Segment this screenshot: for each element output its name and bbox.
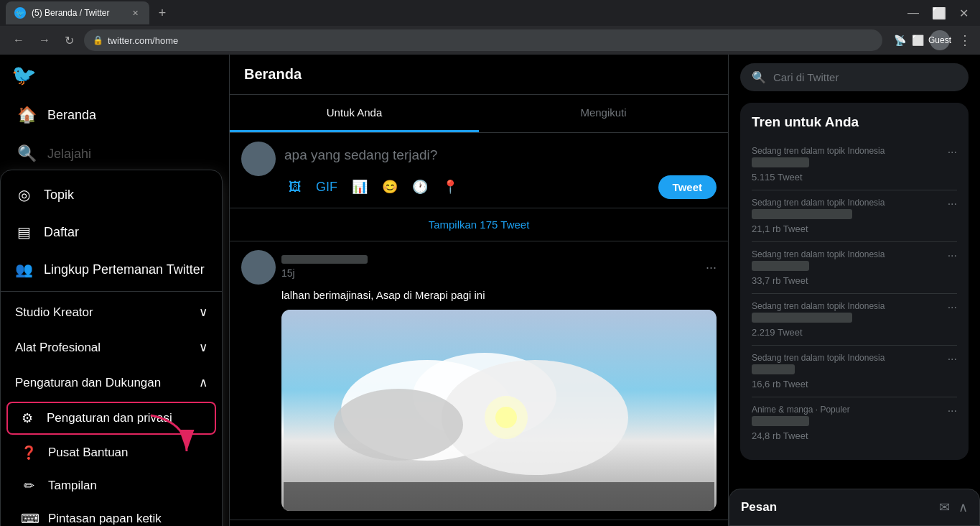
new-tab-button[interactable]: + [152, 3, 172, 23]
navigation-bar: ← → ↻ 🔒 twitter.com/home 📡 ⬜ Guest ⋮ [0, 26, 980, 55]
trend-6-more-icon[interactable]: ··· [948, 405, 957, 417]
right-sidebar: 🔍 Cari di Twitter Tren untuk Anda Sedang… [729, 55, 980, 526]
dropdown-pengaturan-privasi[interactable]: ⚙ Pengaturan dan privasi [6, 402, 216, 435]
svg-point-5 [334, 389, 463, 461]
show-tweets-bar[interactable]: Tampilkan 175 Tweet [230, 208, 728, 241]
dropdown-item-daftar[interactable]: ▤ Daftar [1, 213, 222, 251]
close-button[interactable]: ✕ [953, 0, 974, 26]
trend-item-4[interactable]: Sedang tren dalam topik Indonesia 2.219 … [752, 294, 957, 346]
tab-untuk-anda[interactable]: Untuk Anda [230, 95, 479, 132]
pengaturan-dukungan-label: Pengaturan dan Dukungan [15, 376, 161, 390]
svg-point-4 [442, 360, 628, 475]
location-icon[interactable]: 📍 [438, 175, 462, 199]
trend-item-2[interactable]: Sedang tren dalam topik Indonesia 21,1 r… [752, 190, 957, 242]
trend-3-name [752, 261, 809, 271]
trend-4-more-icon[interactable]: ··· [948, 301, 957, 314]
lock-icon: 🔒 [93, 35, 103, 45]
dropdown-pusat-bantuan[interactable]: ❓ Pusat Bantuan [1, 436, 222, 469]
address-bar[interactable]: 🔒 twitter.com/home [84, 29, 882, 51]
cast-icon[interactable]: 📡 [894, 34, 906, 46]
minimize-button[interactable]: — [902, 0, 925, 26]
dropdown-label-daftar: Daftar [44, 225, 79, 240]
dropdown-tampilan[interactable]: ✏ Tampilan [1, 469, 222, 502]
trend-item-5[interactable]: Sedang tren dalam topik Indonesia 16,6 r… [752, 346, 957, 397]
svg-rect-8 [284, 482, 714, 511]
messages-actions: ✉ ∧ [939, 499, 968, 515]
trend-6-count: 24,8 rb Tweet [752, 430, 850, 441]
dropdown-studio-kreator[interactable]: Studio Kreator ∨ [1, 295, 222, 330]
trend-1-category: Sedang tren dalam topik Indonesia [752, 146, 885, 156]
sidebar-toggle-icon[interactable]: ⬜ [912, 34, 924, 46]
composer-placeholder[interactable]: apa yang sedang terjadi? [284, 142, 717, 169]
dropdown-item-topik[interactable]: ◎ Topik [1, 176, 222, 213]
search-bar[interactable]: 🔍 Cari di Twitter [740, 63, 969, 91]
dropdown-item-lingkup[interactable]: 👥 Lingkup Pertemanan Twitter [1, 251, 222, 288]
twitter-logo[interactable]: 🐦 [0, 55, 229, 96]
collapse-messages-icon[interactable]: ∧ [958, 499, 968, 515]
main-layout: 🐦 🏠 Beranda 🔍 Jelajahi ◎ Topik ▤ Daftar … [0, 55, 980, 526]
tweet-image-inner [281, 310, 717, 511]
tweet-avatar [241, 250, 276, 285]
dropdown-pintasan[interactable]: ⌨ Pintasan papan ketik [1, 502, 222, 526]
back-button[interactable]: ← [9, 31, 29, 50]
trend-3-more-icon[interactable]: ··· [948, 249, 957, 262]
gif-icon[interactable]: GIF [312, 175, 342, 199]
trend-1-count: 5.115 Tweet [752, 172, 885, 183]
trend-item-6[interactable]: Anime & manga · Populer 24,8 rb Tweet ··… [752, 397, 957, 448]
dropdown-menu: ◎ Topik ▤ Daftar 👥 Lingkup Pertemanan Tw… [0, 170, 223, 526]
tweet-more-button[interactable]: ··· [706, 260, 717, 275]
profile-label: Guest [928, 35, 951, 45]
explore-icon: 🔍 [17, 144, 36, 163]
pintasan-label: Pintasan papan ketik [48, 512, 162, 526]
trend-5-more-icon[interactable]: ··· [948, 353, 957, 366]
feed-title: Beranda [230, 55, 728, 95]
nav-actions: 📡 ⬜ Guest ⋮ [894, 30, 971, 50]
trend-4-category: Sedang tren dalam topik Indonesia [752, 301, 885, 311]
emoji-icon[interactable]: 😊 [378, 175, 402, 199]
compose-message-icon[interactable]: ✉ [939, 499, 950, 515]
window-controls: — ⬜ ✕ [902, 0, 974, 26]
sidebar-item-explore[interactable]: 🔍 Jelajahi [6, 136, 223, 172]
trends-card: Tren untuk Anda Sedang tren dalam topik … [740, 103, 969, 460]
display-icon: ✏ [21, 478, 37, 494]
dropdown-divider-1 [1, 291, 222, 292]
maximize-button[interactable]: ⬜ [926, 0, 952, 26]
tweet-button[interactable]: Tweet [658, 175, 717, 199]
refresh-button[interactable]: ↻ [60, 31, 78, 50]
image-upload-icon[interactable]: 🖼 [284, 175, 306, 199]
trend-item-3[interactable]: Sedang tren dalam topik Indonesia 33,7 r… [752, 242, 957, 294]
browser-tab[interactable]: 🐦 (5) Beranda / Twitter ✕ [6, 1, 149, 24]
profile-button[interactable]: Guest [930, 30, 950, 50]
sidebar-item-home[interactable]: 🏠 Beranda [6, 97, 223, 133]
browser-menu-button[interactable]: ⋮ [958, 32, 971, 48]
lingkup-icon: 👥 [15, 261, 32, 278]
forward-button[interactable]: → [34, 31, 55, 50]
dropdown-pengaturan-dukungan[interactable]: Pengaturan dan Dukungan ∧ [1, 365, 222, 400]
trend-2-more-icon[interactable]: ··· [948, 198, 957, 211]
trend-2-count: 21,1 rb Tweet [752, 223, 885, 234]
trend-5-category: Sedang tren dalam topik Indonesia [752, 353, 885, 363]
tab-mengikuti[interactable]: Mengikuti [479, 95, 728, 132]
svg-point-7 [495, 407, 517, 428]
alat-profesional-label: Alat Profesional [15, 341, 101, 355]
tampilan-label: Tampilan [48, 479, 97, 493]
chevron-down-icon: ∨ [199, 305, 207, 320]
dropdown-label-topik: Topik [44, 188, 74, 203]
tweet-card[interactable]: 15j ··· lalhan berimajinasi, Asap di Mer… [230, 241, 728, 520]
trend-4-name [752, 313, 852, 323]
chevron-up-icon: ∧ [199, 375, 207, 390]
dropdown-alat-profesional[interactable]: Alat Profesional ∨ [1, 330, 222, 365]
tweet-text: lalhan berimajinasi, Asap di Merapi pagi… [241, 285, 717, 310]
left-sidebar: 🐦 🏠 Beranda 🔍 Jelajahi ◎ Topik ▤ Daftar … [0, 55, 230, 526]
search-icon: 🔍 [752, 70, 766, 84]
feed-tabs: Untuk Anda Mengikuti [230, 95, 728, 133]
trend-1-more-icon[interactable]: ··· [948, 146, 957, 159]
studio-kreator-label: Studio Kreator [15, 305, 93, 320]
schedule-icon[interactable]: 🕐 [408, 175, 432, 199]
pusat-bantuan-label: Pusat Bantuan [48, 446, 129, 460]
tweet-time: 15j [281, 267, 295, 279]
trend-item-1[interactable]: Sedang tren dalam topik Indonesia 5.115 … [752, 139, 957, 190]
poll-icon[interactable]: 📊 [347, 175, 372, 199]
trend-4-count: 2.219 Tweet [752, 327, 885, 338]
tab-close-button[interactable]: ✕ [129, 7, 141, 19]
